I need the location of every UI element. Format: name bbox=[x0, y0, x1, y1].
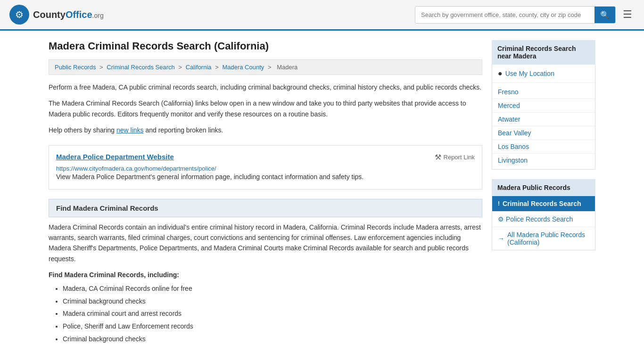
hamburger-menu-icon[interactable]: ☰ bbox=[620, 6, 635, 23]
police-records-search-label: Police Records Search bbox=[506, 215, 573, 223]
list-item: Bear Valley bbox=[492, 126, 595, 140]
link-card-description: View Madera Police Department's general … bbox=[56, 172, 475, 182]
new-links-link[interactable]: new links bbox=[116, 126, 144, 134]
nearby-links-list: Fresno Merced Atwater Bear Valley Los Ba… bbox=[492, 83, 595, 169]
police-records-search-link[interactable]: ⚙ Police Records Search bbox=[492, 212, 595, 227]
sidebar-item-police-records[interactable]: ⚙ Police Records Search bbox=[492, 212, 595, 227]
nearby-link-bear-valley[interactable]: Bear Valley bbox=[498, 129, 531, 137]
nearby-link-merced[interactable]: Merced bbox=[498, 102, 520, 109]
breadcrumb-criminal-records-search[interactable]: Criminal Records Search bbox=[107, 64, 175, 71]
use-my-location[interactable]: ● Use My Location bbox=[492, 65, 595, 83]
use-location-link[interactable]: Use My Location bbox=[505, 70, 554, 77]
sidebar-nearby-section: Criminal Records Search near Madera ● Us… bbox=[492, 40, 595, 170]
list-item: Police, Sheriff and Law Enforcement reco… bbox=[63, 320, 482, 333]
all-records-label: All Madera Public Records (California) bbox=[507, 231, 589, 246]
nearby-link-fresno[interactable]: Fresno bbox=[498, 88, 519, 96]
find-section-body: Madera Criminal Records contain an indiv… bbox=[49, 222, 482, 264]
search-bar: 🔍 bbox=[415, 6, 616, 24]
sidebar-public-records-section: Madera Public Records ! Criminal Records… bbox=[492, 179, 595, 250]
nearby-link-los-banos[interactable]: Los Banos bbox=[498, 143, 529, 150]
find-section-heading: Find Madera Criminal Records bbox=[56, 204, 475, 212]
arrow-right-icon: → bbox=[498, 235, 504, 242]
intro-para2: The Madera Criminal Records Search (Cali… bbox=[49, 98, 482, 119]
report-icon: ⚒ bbox=[435, 153, 441, 162]
search-input[interactable] bbox=[415, 8, 594, 22]
list-item: Criminal background checks bbox=[63, 333, 482, 346]
logo-area: ⚙ CountyOffice.org bbox=[9, 5, 104, 25]
link-card-header: Madera Police Department Website ⚒ Repor… bbox=[56, 153, 475, 162]
logo-icon: ⚙ bbox=[9, 5, 29, 25]
criminal-records-search-label: Criminal Records Search bbox=[503, 200, 581, 207]
intro-para1: Perform a free Madera, CA public crimina… bbox=[49, 82, 482, 92]
all-public-records-link[interactable]: → All Madera Public Records (California) bbox=[492, 227, 595, 250]
breadcrumb-public-records[interactable]: Public Records bbox=[55, 64, 96, 71]
logo-text: CountyOffice.org bbox=[33, 9, 104, 20]
sidebar-nearby-content: ● Use My Location Fresno Merced Atwater … bbox=[492, 65, 595, 170]
list-item: Los Banos bbox=[492, 140, 595, 154]
header-right: 🔍 ☰ bbox=[415, 6, 635, 24]
find-section-subheading: Find Madera Criminal Records, including: bbox=[49, 271, 482, 279]
sidebar: Criminal Records Search near Madera ● Us… bbox=[492, 40, 595, 345]
breadcrumb-madera-county[interactable]: Madera County bbox=[222, 64, 264, 71]
criminal-records-search-link[interactable]: ! Criminal Records Search bbox=[492, 196, 595, 211]
active-icon: ! bbox=[498, 200, 500, 207]
sidebar-item-all-records[interactable]: → All Madera Public Records (California) bbox=[492, 227, 595, 250]
find-section-box: Find Madera Criminal Records bbox=[49, 199, 482, 217]
page-title: Madera Criminal Records Search (Californ… bbox=[49, 40, 482, 52]
link-card-url: https://www.cityofmadera.ca.gov/home/dep… bbox=[56, 165, 475, 172]
list-item: Merced bbox=[492, 99, 595, 113]
breadcrumb: Public Records > Criminal Records Search… bbox=[49, 59, 482, 75]
breadcrumb-madera: Madera bbox=[277, 64, 297, 71]
report-link-button[interactable]: ⚒ Report Link bbox=[435, 153, 475, 162]
link-card: Madera Police Department Website ⚒ Repor… bbox=[49, 145, 482, 189]
list-item: Atwater bbox=[492, 113, 595, 126]
public-records-list: ! Criminal Records Search ⚙ Police Recor… bbox=[492, 196, 595, 250]
sidebar-item-criminal-records[interactable]: ! Criminal Records Search bbox=[492, 196, 595, 212]
link-url[interactable]: https://www.cityofmadera.ca.gov/home/dep… bbox=[56, 165, 216, 172]
list-item: Madera, CA Criminal Records online for f… bbox=[63, 282, 482, 295]
list-item: Fresno bbox=[492, 85, 595, 99]
location-dot-icon: ● bbox=[498, 69, 503, 78]
search-button[interactable]: 🔍 bbox=[594, 7, 615, 23]
list-item: Criminal background checks bbox=[63, 295, 482, 308]
link-card-title: Madera Police Department Website bbox=[56, 153, 174, 161]
link-card-title-link[interactable]: Madera Police Department Website bbox=[56, 153, 174, 161]
nearby-link-livingston[interactable]: Livingston bbox=[498, 156, 528, 164]
nearby-link-atwater[interactable]: Atwater bbox=[498, 115, 520, 123]
sidebar-public-records-header: Madera Public Records bbox=[492, 179, 595, 196]
breadcrumb-california[interactable]: California bbox=[186, 64, 212, 71]
list-item: Livingston bbox=[492, 154, 595, 167]
site-header: ⚙ CountyOffice.org 🔍 ☰ bbox=[0, 0, 644, 31]
report-link-label: Report Link bbox=[444, 154, 475, 161]
sidebar-nearby-header: Criminal Records Search near Madera bbox=[492, 40, 595, 65]
list-item: Madera criminal court and arrest records bbox=[63, 307, 482, 320]
records-list: Madera, CA Criminal Records online for f… bbox=[49, 282, 482, 345]
content-area: Madera Criminal Records Search (Californ… bbox=[49, 40, 482, 345]
main-container: Madera Criminal Records Search (Californ… bbox=[39, 31, 605, 354]
intro-para3: Help others by sharing new links and rep… bbox=[49, 125, 482, 135]
gear-icon: ⚙ bbox=[498, 215, 504, 223]
